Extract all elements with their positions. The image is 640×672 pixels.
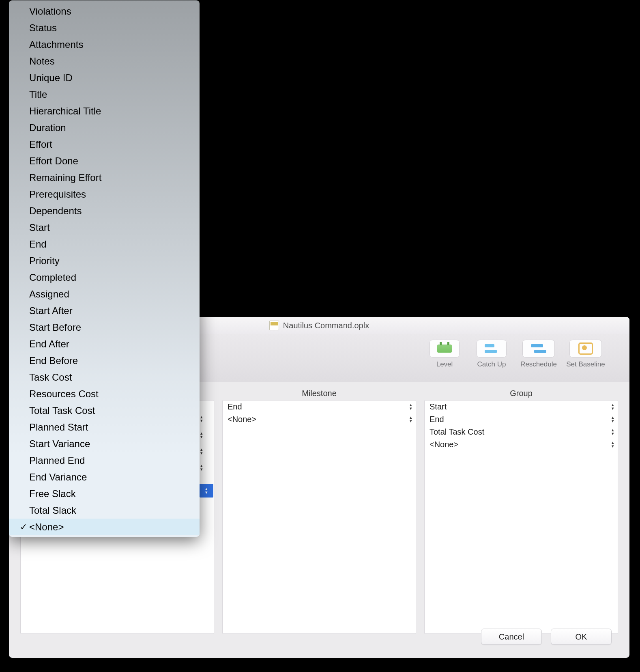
reschedule-icon (531, 344, 546, 353)
dropdown-item[interactable]: Start Variance (9, 435, 200, 452)
dialog-button-row: Cancel OK (481, 629, 612, 645)
dropdown-item[interactable]: Completed (9, 269, 200, 286)
stepper-icon[interactable]: ▴▾ (410, 416, 413, 423)
dropdown-item-label: Notes (29, 56, 55, 67)
dropdown-item[interactable]: Dependents (9, 202, 200, 219)
dropdown-item[interactable]: Hierarchical Title (9, 103, 200, 119)
list-item[interactable]: End ▴▾ (223, 401, 416, 413)
dropdown-item-label: Completed (29, 272, 76, 283)
window-title: Nautilus Command.oplx (283, 321, 369, 330)
dropdown-item-label: Status (29, 22, 57, 34)
group-column: Group Start ▴▾ End ▴▾ Total Task Cost ▴▾… (424, 386, 618, 634)
dropdown-item[interactable]: Priority (9, 252, 200, 269)
dropdown-item[interactable]: End (9, 236, 200, 252)
reschedule-label: Reschedule (520, 360, 557, 368)
dropdown-item[interactable]: Attachments (9, 36, 200, 53)
cancel-button[interactable]: Cancel (481, 629, 542, 645)
dropdown-item[interactable]: Violations (9, 3, 200, 19)
stepper-icon[interactable]: ▴▾ (612, 416, 615, 423)
dropdown-item-label: Unique ID (29, 72, 73, 84)
cancel-label: Cancel (499, 632, 524, 642)
dropdown-item[interactable]: Resources Cost (9, 386, 200, 402)
dropdown-item-label: Task Cost (29, 372, 72, 383)
list-item[interactable]: Start ▴▾ (425, 401, 618, 413)
stepper-icon[interactable]: ▴▾ (200, 432, 204, 439)
stepper-icon[interactable]: ▴▾ (200, 416, 204, 423)
reschedule-button[interactable]: Reschedule (519, 340, 558, 368)
dropdown-item[interactable]: Unique ID (9, 69, 200, 86)
stepper-icon[interactable]: ▴▾ (410, 403, 413, 411)
dropdown-item[interactable]: Start Before (9, 319, 200, 336)
list-item[interactable]: End ▴▾ (425, 413, 618, 426)
dropdown-item-label: End Before (29, 355, 78, 366)
column-field-dropdown[interactable]: ViolationsStatusAttachmentsNotesUnique I… (9, 0, 200, 537)
stepper-icon[interactable]: ▴▾ (200, 448, 204, 455)
dropdown-item[interactable]: End Before (9, 352, 200, 369)
dropdown-item[interactable]: Planned Start (9, 419, 200, 435)
dropdown-item[interactable]: Planned End (9, 452, 200, 469)
list-item[interactable]: Total Task Cost ▴▾ (425, 426, 618, 438)
dropdown-item-label: Dependents (29, 205, 82, 217)
selected-row-stepper[interactable]: ▴▾ (200, 484, 213, 498)
list-item-label: <None> (228, 415, 256, 424)
set-baseline-label: Set Baseline (566, 360, 605, 368)
dropdown-item[interactable]: Prerequisites (9, 186, 200, 202)
dropdown-item-label: Start Before (29, 322, 81, 333)
dropdown-item[interactable]: End Variance (9, 469, 200, 485)
dropdown-item[interactable]: Notes (9, 53, 200, 69)
dropdown-item-label: Hierarchical Title (29, 106, 101, 117)
dropdown-item-label: Total Slack (29, 505, 76, 516)
level-icon (437, 345, 452, 353)
dropdown-item[interactable]: Title (9, 86, 200, 103)
catch-up-label: Catch Up (477, 360, 506, 368)
dropdown-item[interactable]: Total Slack (9, 502, 200, 519)
dropdown-item-label: Free Slack (29, 488, 76, 500)
dropdown-item[interactable]: Effort Done (9, 153, 200, 169)
dropdown-item[interactable]: Start (9, 219, 200, 236)
dropdown-item[interactable]: Effort (9, 136, 200, 153)
dropdown-item-label: Start After (29, 305, 73, 317)
group-column-listbox[interactable]: Start ▴▾ End ▴▾ Total Task Cost ▴▾ <None… (424, 400, 618, 634)
dropdown-item-label: Assigned (29, 289, 69, 300)
dropdown-item[interactable]: Total Task Cost (9, 402, 200, 419)
dropdown-item[interactable]: Task Cost (9, 369, 200, 386)
milestone-column: Milestone End ▴▾ <None> ▴▾ (222, 386, 416, 634)
dropdown-item[interactable]: End After (9, 336, 200, 352)
dropdown-item-label: Violations (29, 6, 71, 17)
dropdown-item-label: Planned End (29, 455, 85, 466)
dropdown-item-label: Total Task Cost (29, 405, 95, 416)
dropdown-item[interactable]: Assigned (9, 286, 200, 302)
document-icon (269, 321, 279, 330)
dropdown-item[interactable]: Status (9, 19, 200, 36)
dropdown-item-label: Start Variance (29, 438, 90, 450)
dropdown-item-label: Effort (29, 139, 52, 150)
stepper-icon[interactable]: ▴▾ (612, 403, 615, 411)
milestone-column-listbox[interactable]: End ▴▾ <None> ▴▾ (222, 400, 416, 634)
dropdown-item-label: End (29, 239, 47, 250)
dropdown-item[interactable]: ✓<None> (9, 519, 200, 535)
level-button[interactable]: Level (425, 340, 464, 368)
dropdown-item-label: Duration (29, 122, 66, 134)
level-label: Level (436, 360, 453, 368)
ok-button[interactable]: OK (551, 629, 612, 645)
dropdown-item-label: Start (29, 222, 50, 233)
camera-icon (578, 342, 593, 355)
stepper-icon[interactable]: ▴▾ (612, 429, 615, 436)
stepper-icon[interactable]: ▴▾ (200, 464, 204, 472)
dropdown-item[interactable]: Remaining Effort (9, 169, 200, 186)
dropdown-item-label: Priority (29, 255, 60, 267)
dropdown-item[interactable]: Free Slack (9, 485, 200, 502)
set-baseline-button[interactable]: Set Baseline (566, 340, 605, 368)
list-item[interactable]: <None> ▴▾ (223, 413, 416, 426)
dropdown-item-label: Title (29, 89, 47, 100)
catch-up-button[interactable]: Catch Up (472, 340, 511, 368)
ok-label: OK (576, 632, 587, 642)
dropdown-item[interactable]: Start After (9, 302, 200, 319)
dropdown-item[interactable]: Duration (9, 119, 200, 136)
toolbar-button-group: Level Catch Up Reschedule Set Baseline (425, 340, 605, 368)
dropdown-item-label: <None> (29, 521, 64, 533)
list-item[interactable]: <None> ▴▾ (425, 438, 618, 451)
dropdown-item-label: Resources Cost (29, 388, 99, 400)
list-item-label: End (430, 415, 444, 424)
stepper-icon[interactable]: ▴▾ (612, 441, 615, 448)
